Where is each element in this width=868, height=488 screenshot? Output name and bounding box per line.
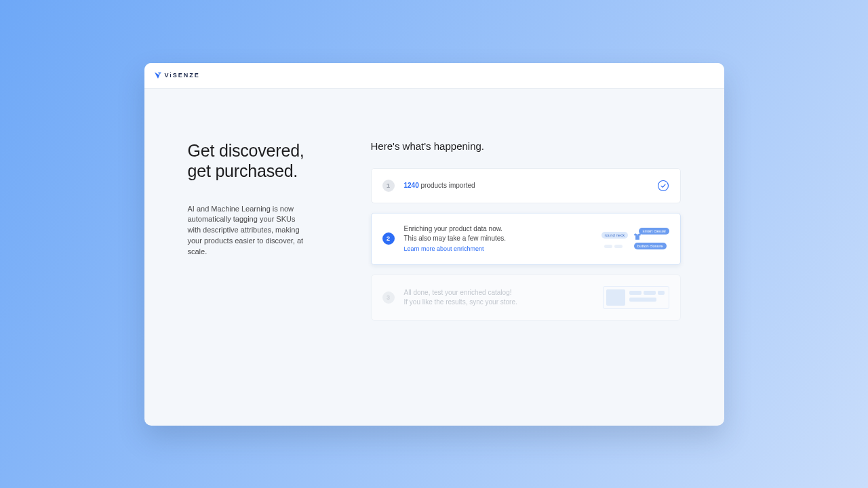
shirt-icon: [633, 232, 642, 241]
hero-headline: Get discovered, get purchased.: [188, 140, 330, 181]
attribute-tag: button closure: [634, 243, 667, 249]
status-heading: Here's what's happening.: [371, 140, 681, 152]
step-number-badge: 1: [382, 180, 395, 192]
enriching-line-1: Enriching your product data now.: [404, 224, 601, 234]
status-column: Here's what's happening. 1 1240 products…: [371, 140, 681, 330]
imported-label: products imported: [421, 182, 475, 189]
step-card-enriching: 2 Enriching your product data now. This …: [371, 213, 681, 265]
done-line-1: All done, test your enriched catalog!: [404, 288, 603, 298]
headline-line-2: get purchased.: [188, 161, 298, 180]
step-done-body: All done, test your enriched catalog! If…: [404, 288, 603, 307]
brand-logo: ViSENZE: [154, 71, 200, 79]
catalog-thumb: [606, 289, 625, 306]
step-enriching-body: Enriching your product data now. This al…: [404, 224, 601, 253]
attribute-tag: round neck: [601, 232, 629, 239]
placeholder-dots: [604, 245, 623, 248]
step-card-imported: 1 1240 products imported: [371, 168, 681, 203]
brand-name: ViSENZE: [165, 72, 200, 79]
hero-subcopy: AI and Machine Learning is now automatic…: [188, 204, 310, 258]
enriching-line-2: This also may take a few minutes.: [404, 234, 601, 243]
imported-count: 1240: [404, 182, 419, 189]
step-imported-body: 1240 products imported: [404, 181, 650, 190]
done-line-2: If you like the results, sync your store…: [404, 298, 603, 307]
hero-column: Get discovered, get purchased. AI and Ma…: [188, 140, 330, 330]
catalog-illustration: [603, 286, 669, 309]
app-header: ViSENZE: [144, 63, 724, 89]
svg-point-0: [658, 180, 668, 190]
enrichment-illustration: round neck smart casual button closure: [601, 228, 669, 249]
step-number-badge: 3: [382, 291, 395, 304]
attribute-tag: smart casual: [639, 228, 669, 235]
step-card-done: 3 All done, test your enriched catalog! …: [371, 274, 681, 321]
check-circle-icon: [657, 180, 669, 192]
step-number-badge: 2: [382, 232, 395, 245]
catalog-lines: [629, 289, 666, 306]
learn-more-link[interactable]: Learn more about enrichment: [404, 245, 484, 253]
content-area: Get discovered, get purchased. AI and Ma…: [144, 89, 724, 330]
headline-line-1: Get discovered,: [188, 141, 304, 160]
app-window: ViSENZE Get discovered, get purchased. A…: [144, 63, 724, 426]
brand-mark-icon: [154, 71, 162, 79]
